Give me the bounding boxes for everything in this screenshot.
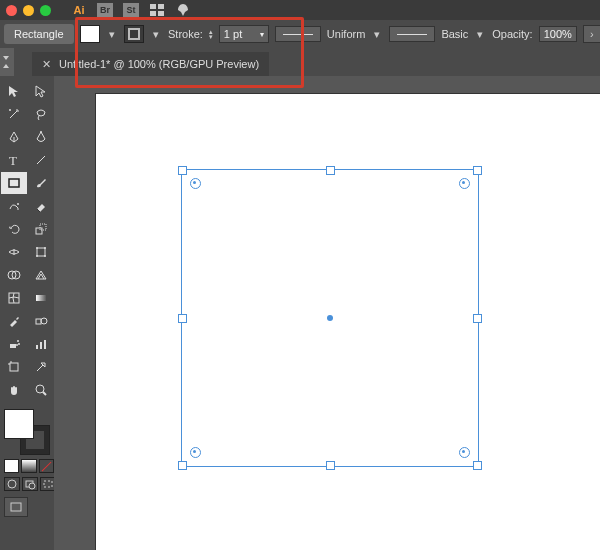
artboard[interactable] (96, 94, 600, 550)
stroke-stepper[interactable]: ▴▾ (209, 29, 213, 39)
brush-label: Basic (441, 28, 468, 40)
resize-handle-w[interactable] (178, 314, 187, 323)
document-tab-title: Untitled-1* @ 100% (RGB/GPU Preview) (59, 58, 259, 70)
control-bar: ▾ ▾ Stroke: ▴▾ 1 pt▾ Uniform ▾ Basic ▾ O… (80, 20, 600, 48)
direct-selection-tool[interactable] (28, 80, 54, 102)
eraser-tool[interactable] (28, 195, 54, 217)
draw-normal-button[interactable] (4, 477, 20, 491)
lasso-tool[interactable] (28, 103, 54, 125)
svg-point-40 (29, 483, 35, 489)
svg-line-37 (43, 392, 46, 395)
fill-stroke-indicator[interactable] (4, 409, 50, 455)
canvas-area[interactable] (54, 76, 600, 550)
profile-preview[interactable] (275, 26, 321, 42)
type-tool[interactable]: T (1, 149, 27, 171)
svg-point-7 (40, 131, 42, 133)
brush-preview[interactable] (389, 26, 435, 42)
resize-handle-n[interactable] (326, 166, 335, 175)
svg-rect-30 (36, 345, 38, 349)
svg-line-9 (37, 156, 45, 164)
curvature-tool[interactable] (28, 126, 54, 148)
app-bridge-icon[interactable]: Br (97, 3, 113, 17)
svg-rect-1 (158, 4, 164, 9)
window-minimize-button[interactable] (23, 5, 34, 16)
svg-point-29 (16, 344, 18, 346)
color-mode-button[interactable] (4, 459, 19, 473)
brush-menu[interactable]: ▾ (474, 28, 486, 41)
shaper-tool[interactable] (1, 195, 27, 217)
stroke-swatch[interactable] (124, 25, 144, 43)
resize-handle-sw[interactable] (178, 461, 187, 470)
svg-rect-23 (36, 295, 46, 301)
close-tab-icon[interactable]: ✕ (42, 58, 51, 71)
resize-handle-e[interactable] (473, 314, 482, 323)
svg-rect-15 (37, 248, 45, 256)
resize-handle-nw[interactable] (178, 166, 187, 175)
profile-label: Uniform (327, 28, 366, 40)
artboard-tool[interactable] (1, 356, 27, 378)
slice-tool[interactable] (28, 356, 54, 378)
opacity-label: Opacity: (492, 28, 532, 40)
resize-handle-ne[interactable] (473, 166, 482, 175)
gradient-mode-button[interactable] (21, 459, 36, 473)
svg-rect-12 (36, 228, 42, 234)
width-tool[interactable] (1, 241, 27, 263)
shape-builder-tool[interactable] (1, 264, 27, 286)
blend-tool[interactable] (28, 310, 54, 332)
document-tab[interactable]: ✕ Untitled-1* @ 100% (RGB/GPU Preview) (32, 52, 269, 76)
resize-handle-se[interactable] (473, 461, 482, 470)
svg-point-6 (9, 109, 11, 111)
resize-handle-s[interactable] (326, 461, 335, 470)
selection-tool[interactable] (1, 80, 27, 102)
more-options-button[interactable]: › (583, 25, 600, 43)
pen-tool[interactable] (1, 126, 27, 148)
corner-widget-sw[interactable] (190, 447, 201, 458)
rotate-tool[interactable] (1, 218, 27, 240)
stroke-weight-field[interactable]: 1 pt▾ (219, 25, 269, 43)
profile-menu[interactable]: ▾ (371, 28, 383, 41)
free-transform-tool[interactable] (28, 241, 54, 263)
column-graph-tool[interactable] (28, 333, 54, 355)
magic-wand-tool[interactable] (1, 103, 27, 125)
window-close-button[interactable] (6, 5, 17, 16)
stroke-swatch-menu[interactable]: ▾ (150, 28, 162, 41)
svg-point-27 (17, 340, 19, 342)
corner-widget-ne[interactable] (459, 178, 470, 189)
tools-panel: T (0, 76, 55, 550)
opacity-field[interactable]: 100% (539, 26, 577, 42)
zoom-tool[interactable] (28, 379, 54, 401)
svg-point-16 (36, 247, 38, 249)
svg-rect-26 (10, 344, 16, 348)
none-mode-button[interactable] (39, 459, 54, 473)
mesh-tool[interactable] (1, 287, 27, 309)
app-stock-icon[interactable]: St (123, 3, 139, 17)
svg-rect-13 (40, 224, 46, 230)
svg-point-11 (17, 203, 19, 205)
selection-center-point[interactable] (327, 315, 333, 321)
svg-point-18 (36, 255, 38, 257)
symbol-sprayer-tool[interactable] (1, 333, 27, 355)
arrange-docs-icon[interactable] (149, 3, 165, 17)
rectangle-tool[interactable] (1, 172, 27, 194)
line-tool[interactable] (28, 149, 54, 171)
corner-widget-nw[interactable] (190, 178, 201, 189)
draw-behind-button[interactable] (22, 477, 38, 491)
panel-toggle-button[interactable] (0, 48, 14, 76)
fill-color-swatch[interactable] (4, 409, 34, 439)
perspective-grid-tool[interactable] (28, 264, 54, 286)
scale-tool[interactable] (28, 218, 54, 240)
gradient-tool[interactable] (28, 287, 54, 309)
selected-rectangle[interactable] (181, 169, 479, 467)
screen-mode-button[interactable] (4, 497, 28, 517)
corner-widget-se[interactable] (459, 447, 470, 458)
paintbrush-tool[interactable] (28, 172, 54, 194)
svg-point-38 (8, 480, 16, 488)
svg-rect-2 (150, 11, 156, 16)
fill-swatch-menu[interactable]: ▾ (106, 28, 118, 41)
hand-tool[interactable] (1, 379, 27, 401)
rocket-icon[interactable] (175, 3, 191, 17)
fill-swatch[interactable] (80, 25, 100, 43)
window-zoom-button[interactable] (40, 5, 51, 16)
eyedropper-tool[interactable] (1, 310, 27, 332)
shape-name-label: Rectangle (4, 24, 74, 44)
